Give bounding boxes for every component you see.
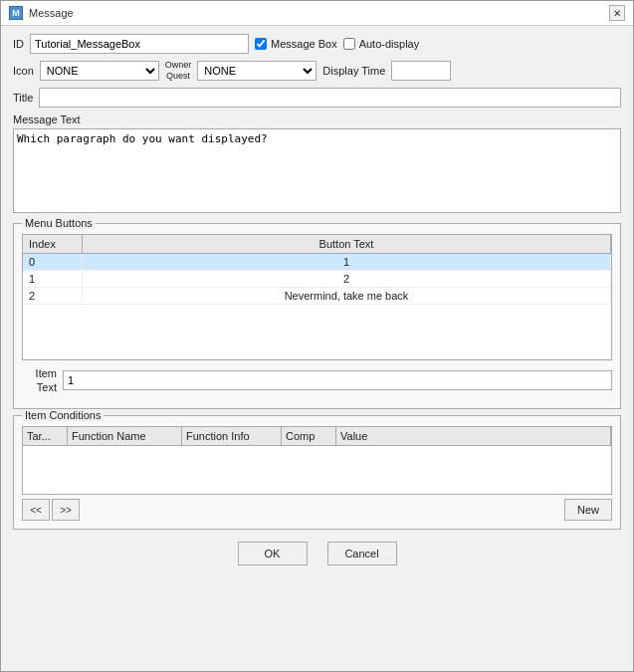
table-row[interactable]: 1 2 bbox=[23, 271, 611, 288]
owner-quest-label: OwnerQuest bbox=[165, 60, 192, 82]
table-row[interactable]: 0 1 bbox=[23, 254, 611, 271]
conditions-header: Tar... Function Name Function Info Comp … bbox=[22, 426, 612, 445]
col-index-header: Index bbox=[23, 235, 83, 253]
cell-button-text-0: 1 bbox=[83, 254, 611, 270]
table-row[interactable]: 2 Nevermind, take me back bbox=[23, 288, 611, 305]
title-bar: M Message ✕ bbox=[1, 1, 633, 26]
table-header: Index Button Text bbox=[23, 235, 611, 254]
empty-rows bbox=[23, 305, 611, 359]
menu-buttons-group-title: Menu Buttons bbox=[22, 217, 96, 229]
cancel-button[interactable]: Cancel bbox=[327, 542, 397, 565]
next-next-button[interactable]: >> bbox=[52, 499, 80, 521]
conditions-table: Tar... Function Name Function Info Comp … bbox=[22, 426, 612, 495]
title-row: Title bbox=[13, 88, 621, 108]
item-text-label: ItemText bbox=[22, 366, 57, 395]
bottom-buttons: << >> New bbox=[22, 499, 612, 521]
new-button[interactable]: New bbox=[564, 499, 612, 521]
nav-buttons: << >> bbox=[22, 499, 80, 521]
title-input[interactable] bbox=[39, 88, 621, 108]
dialog-buttons: OK Cancel bbox=[13, 542, 621, 575]
title-bar-left: M Message bbox=[9, 6, 74, 20]
id-row: ID Message Box Auto-display bbox=[13, 34, 621, 54]
window-icon: M bbox=[9, 6, 23, 20]
col-funcname-header: Function Name bbox=[68, 427, 182, 445]
content-area: ID Message Box Auto-display Icon NONE Ow… bbox=[1, 26, 633, 587]
icon-select[interactable]: NONE bbox=[40, 61, 159, 81]
close-button[interactable]: ✕ bbox=[609, 5, 625, 21]
item-text-row: ItemText bbox=[22, 366, 612, 395]
menu-buttons-inner: Index Button Text 0 1 1 2 2 Nevermind, t… bbox=[22, 234, 612, 395]
message-box-checkbox[interactable] bbox=[255, 38, 267, 50]
message-window: M Message ✕ ID Message Box Auto-display … bbox=[0, 0, 634, 672]
menu-buttons-group: Menu Buttons Index Button Text 0 1 1 2 bbox=[13, 223, 621, 410]
col-button-text-header: Button Text bbox=[83, 235, 611, 253]
cell-button-text-1: 2 bbox=[83, 271, 611, 287]
col-comp-header: Comp bbox=[282, 427, 336, 445]
col-value-header: Value bbox=[336, 427, 611, 445]
col-tar-header: Tar... bbox=[23, 427, 68, 445]
window-title: Message bbox=[29, 7, 74, 19]
message-box-label: Message Box bbox=[271, 38, 337, 50]
cell-index-0: 0 bbox=[23, 254, 83, 270]
cell-index-2: 2 bbox=[23, 288, 83, 304]
title-label: Title bbox=[13, 92, 33, 104]
id-input[interactable] bbox=[30, 34, 249, 54]
prev-prev-button[interactable]: << bbox=[22, 499, 50, 521]
cell-index-1: 1 bbox=[23, 271, 83, 287]
icon-label: Icon bbox=[13, 65, 34, 77]
auto-display-checkbox-group: Auto-display bbox=[343, 38, 420, 50]
message-box-checkbox-group: Message Box bbox=[255, 38, 337, 50]
item-text-input[interactable] bbox=[63, 370, 612, 390]
message-text-area[interactable]: Which paragraph do you want displayed? bbox=[13, 128, 621, 213]
display-time-label: Display Time bbox=[322, 65, 385, 77]
item-conditions-group: Item Conditions Tar... Function Name Fun… bbox=[13, 415, 621, 530]
menu-buttons-table: Index Button Text 0 1 1 2 2 Nevermind, t… bbox=[22, 234, 612, 360]
auto-display-checkbox[interactable] bbox=[343, 38, 355, 50]
id-label: ID bbox=[13, 38, 24, 50]
conditions-body bbox=[22, 445, 612, 495]
item-conditions-group-title: Item Conditions bbox=[22, 409, 104, 421]
auto-display-label: Auto-display bbox=[359, 38, 420, 50]
col-funcinfo-header: Function Info bbox=[182, 427, 282, 445]
ok-button[interactable]: OK bbox=[238, 542, 308, 565]
message-text-label: Message Text bbox=[13, 113, 621, 125]
cell-button-text-2: Nevermind, take me back bbox=[83, 288, 611, 304]
display-time-input[interactable] bbox=[391, 61, 451, 81]
icon-row: Icon NONE OwnerQuest NONE Display Time bbox=[13, 60, 621, 82]
owner-quest-select[interactable]: NONE bbox=[197, 61, 317, 81]
